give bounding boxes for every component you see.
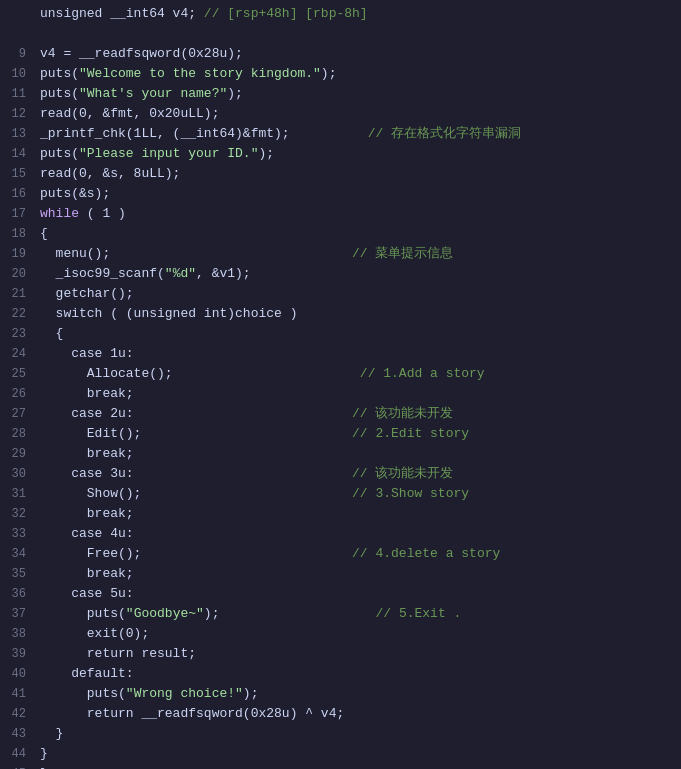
line-content: case 2u: // 该功能未开发 [36, 404, 681, 424]
token: "What's your name?" [79, 86, 227, 101]
token: // 该功能未开发 [134, 466, 454, 481]
line-number: 20 [0, 264, 36, 284]
line-content: puts("Wrong choice!"); [36, 684, 681, 704]
token: break; [40, 386, 134, 401]
line-number: 14 [0, 144, 36, 164]
token: case 1u: [40, 346, 134, 361]
token: // 5.Exit . [219, 606, 461, 621]
line-number: 15 [0, 164, 36, 184]
token: , &v1); [196, 266, 251, 281]
line-content: v4 = __readfsqword(0x28u); [36, 44, 681, 64]
code-line: 16puts(&s); [0, 184, 681, 204]
line-number: 36 [0, 584, 36, 604]
line-number: 16 [0, 184, 36, 204]
line-number: 17 [0, 204, 36, 224]
line-content: case 3u: // 该功能未开发 [36, 464, 681, 484]
line-number: 32 [0, 504, 36, 524]
token: Free(); [40, 546, 141, 561]
code-line: 18{ [0, 224, 681, 244]
token: ( 1 ) [79, 206, 126, 221]
token: "Please input your ID." [79, 146, 258, 161]
line-content: exit(0); [36, 624, 681, 644]
line-content: while ( 1 ) [36, 204, 681, 224]
line-content: return __readfsqword(0x28u) ^ v4; [36, 704, 681, 724]
line-number: 37 [0, 604, 36, 624]
token: getchar(); [40, 286, 134, 301]
code-line: 36 case 5u: [0, 584, 681, 604]
code-line: 13_printf_chk(1LL, (__int64)&fmt); // 存在… [0, 124, 681, 144]
line-content: Show(); // 3.Show story [36, 484, 681, 504]
token: puts( [40, 146, 79, 161]
line-number: 23 [0, 324, 36, 344]
token: case 3u: [40, 466, 134, 481]
code-line: 41 puts("Wrong choice!"); [0, 684, 681, 704]
line-content: } [36, 744, 681, 764]
token: puts( [40, 86, 79, 101]
line-number: 10 [0, 64, 36, 84]
line-number: 40 [0, 664, 36, 684]
line-number: 18 [0, 224, 36, 244]
line-content: case 4u: [36, 524, 681, 544]
code-line: unsigned __int64 v4; // [rsp+48h] [rbp-8… [0, 4, 681, 24]
code-line: 43 } [0, 724, 681, 744]
line-content: break; [36, 384, 681, 404]
line-number: 38 [0, 624, 36, 644]
token: // [rsp+48h] [rbp-8h] [204, 6, 368, 21]
line-number: 11 [0, 84, 36, 104]
token: v4 = __readfsqword(0x28u); [40, 46, 243, 61]
line-content: _printf_chk(1LL, (__int64)&fmt); // 存在格式… [36, 124, 681, 144]
line-content: { [36, 324, 681, 344]
line-content: _isoc99_scanf("%d", &v1); [36, 264, 681, 284]
line-number: 19 [0, 244, 36, 264]
line-number: 42 [0, 704, 36, 724]
token: puts( [40, 606, 126, 621]
code-line: 37 puts("Goodbye~"); // 5.Exit . [0, 604, 681, 624]
code-line: 38 exit(0); [0, 624, 681, 644]
token: read(0, &fmt, 0x20uLL); [40, 106, 219, 121]
line-number: 28 [0, 424, 36, 444]
line-number: 9 [0, 44, 36, 64]
line-content: unsigned __int64 v4; // [rsp+48h] [rbp-8… [36, 4, 681, 24]
code-line: 29 break; [0, 444, 681, 464]
line-number: 27 [0, 404, 36, 424]
code-line: 32 break; [0, 504, 681, 524]
line-content: getchar(); [36, 284, 681, 304]
code-line: 17while ( 1 ) [0, 204, 681, 224]
code-line: 39 return result; [0, 644, 681, 664]
line-number: 21 [0, 284, 36, 304]
code-line: 26 break; [0, 384, 681, 404]
line-content: Allocate(); // 1.Add a story [36, 364, 681, 384]
token: Show(); [40, 486, 141, 501]
line-number: 45 [0, 764, 36, 769]
code-line: 34 Free(); // 4.delete a story [0, 544, 681, 564]
code-line: 23 { [0, 324, 681, 344]
token: return __readfsqword(0x28u) ^ v4; [40, 706, 344, 721]
token: break; [40, 446, 134, 461]
code-line: 19 menu(); // 菜单提示信息 [0, 244, 681, 264]
token: Edit(); [40, 426, 141, 441]
line-content: puts("Please input your ID."); [36, 144, 681, 164]
code-line: 15read(0, &s, 8uLL); [0, 164, 681, 184]
token: // 4.delete a story [141, 546, 500, 561]
token: case 2u: [40, 406, 134, 421]
code-line: 21 getchar(); [0, 284, 681, 304]
code-line: 35 break; [0, 564, 681, 584]
token: ); [258, 146, 274, 161]
token: return result; [40, 646, 196, 661]
line-content: break; [36, 444, 681, 464]
line-number: 35 [0, 564, 36, 584]
line-number: 34 [0, 544, 36, 564]
code-line: 10puts("Welcome to the story kingdom."); [0, 64, 681, 84]
token: "Goodbye~" [126, 606, 204, 621]
token: puts( [40, 686, 126, 701]
token: unsigned __int64 v4; [40, 6, 204, 21]
code-line: 40 default: [0, 664, 681, 684]
line-number: 26 [0, 384, 36, 404]
token: ); [243, 686, 259, 701]
token: _printf_chk(1LL, (__int64)&fmt); [40, 126, 290, 141]
line-content: puts(&s); [36, 184, 681, 204]
token: } [40, 726, 63, 741]
token: // 菜单提示信息 [110, 246, 453, 261]
code-line: 30 case 3u: // 该功能未开发 [0, 464, 681, 484]
code-line: 42 return __readfsqword(0x28u) ^ v4; [0, 704, 681, 724]
